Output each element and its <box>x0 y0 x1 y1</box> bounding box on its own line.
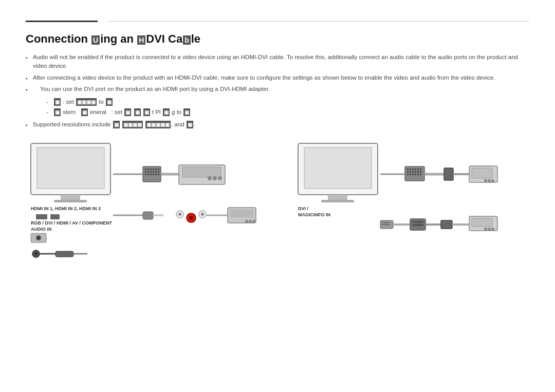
svg-rect-102 <box>415 174 416 175</box>
svg-rect-24 <box>153 174 154 175</box>
right-diagram-svg: DVI / MAGICINFO IN <box>293 138 529 272</box>
svg-rect-109 <box>472 168 492 178</box>
sub-bullet-sound: ▣ : set ▣▣▣▣ to ▣ <box>46 98 529 106</box>
svg-rect-9 <box>145 169 146 170</box>
svg-rect-101 <box>412 174 414 175</box>
res-icon1: ▣ <box>113 121 120 128</box>
svg-rect-20 <box>158 171 159 173</box>
svg-rect-49 <box>230 210 253 217</box>
svg-rect-17 <box>150 171 152 173</box>
hotplug-icon2: ▣ <box>134 108 141 116</box>
svg-point-30 <box>208 176 212 180</box>
svg-rect-95 <box>412 171 414 173</box>
general-icon: ▣ <box>81 108 88 116</box>
svg-rect-89 <box>412 169 414 170</box>
svg-rect-18 <box>153 171 154 173</box>
svg-rect-5 <box>36 214 47 219</box>
svg-rect-6 <box>50 214 60 219</box>
title-icon-1: U <box>91 35 100 45</box>
hotplug-icon4: ▣ <box>163 108 170 116</box>
svg-point-50 <box>245 220 248 223</box>
svg-rect-88 <box>410 169 411 170</box>
svg-point-32 <box>218 176 222 180</box>
indent-text: You can use the DVI port on the product … <box>40 86 270 92</box>
svg-rect-3 <box>54 200 87 202</box>
svg-rect-11 <box>150 169 152 170</box>
svg-rect-21 <box>145 174 146 175</box>
top-line-decoration <box>26 21 529 22</box>
svg-text:HDMI IN 1, HDMI IN 2, HDMI IN : HDMI IN 1, HDMI IN 2, HDMI IN 3 <box>31 206 101 211</box>
svg-text:DVI /: DVI / <box>298 206 309 211</box>
bullet-item-1: Audio will not be enabled if the product… <box>26 53 529 71</box>
svg-rect-23 <box>150 174 152 175</box>
svg-rect-69 <box>388 222 390 223</box>
svg-rect-10 <box>147 169 149 170</box>
system-icon: ▣ <box>54 108 61 116</box>
svg-rect-104 <box>420 174 421 175</box>
res-icon3: ▣▣▣▣▣ <box>145 121 171 128</box>
svg-rect-71 <box>384 224 385 225</box>
svg-rect-90 <box>415 169 416 170</box>
svg-point-85 <box>491 228 494 231</box>
svg-point-84 <box>488 228 491 231</box>
svg-rect-22 <box>147 174 149 175</box>
svg-text:AUDIO IN: AUDIO IN <box>31 227 52 232</box>
main-bullet-list: Audio will not be enabled if the product… <box>26 53 529 94</box>
left-diagram-svg: HDMI IN 1, HDMI IN 2, HDMI IN 3 <box>26 138 262 272</box>
accent-line <box>26 21 98 22</box>
thin-line <box>108 21 529 22</box>
title-icon-2: H <box>137 35 145 45</box>
svg-rect-16 <box>147 171 149 173</box>
diagram-right: DVI / MAGICINFO IN <box>293 138 529 273</box>
svg-rect-103 <box>417 174 419 175</box>
svg-rect-100 <box>410 174 411 175</box>
svg-rect-25 <box>155 174 157 175</box>
resolutions-bullet: Supported resolutions include ▣ ▣▣▣▣ ▣▣▣… <box>26 120 529 129</box>
page-container: Connection Uing an HDVI Cable Audio will… <box>0 0 555 294</box>
svg-rect-60 <box>328 195 347 200</box>
svg-rect-98 <box>420 171 421 173</box>
svg-rect-91 <box>417 169 419 170</box>
svg-point-31 <box>213 176 217 180</box>
svg-rect-39 <box>143 212 153 219</box>
sound-setting-icon: ▣ <box>106 98 113 106</box>
svg-rect-59 <box>304 147 372 189</box>
svg-rect-29 <box>182 167 221 177</box>
svg-text:RGB / DVI / HDMI / AV / COMPON: RGB / DVI / HDMI / AV / COMPONENT <box>31 220 113 226</box>
svg-rect-73 <box>388 224 390 225</box>
svg-rect-96 <box>415 171 416 173</box>
svg-point-111 <box>488 179 491 182</box>
svg-point-42 <box>178 213 181 216</box>
svg-rect-66 <box>382 222 383 223</box>
svg-rect-19 <box>155 171 157 173</box>
svg-point-83 <box>484 228 487 231</box>
svg-point-52 <box>252 220 255 223</box>
hotplug-icon3: ▣ <box>143 108 150 116</box>
svg-point-51 <box>249 220 252 223</box>
svg-point-110 <box>484 179 487 182</box>
sub-bullet-list: ▣ : set ▣▣▣▣ to ▣ ▣ stem ▣ eneral : set … <box>46 98 529 117</box>
bullet-item-2: After connecting a video device to the p… <box>26 73 529 82</box>
diagram-left: HDMI IN 1, HDMI IN 2, HDMI IN 3 <box>26 138 262 273</box>
svg-rect-72 <box>386 224 387 225</box>
title-icon-3: b <box>183 35 191 45</box>
resolutions-item: Supported resolutions include ▣ ▣▣▣▣ ▣▣▣… <box>26 120 529 129</box>
hotplug-value-icon: ▣ <box>183 108 190 116</box>
svg-rect-87 <box>407 169 409 170</box>
diagrams-row: HDMI IN 1, HDMI IN 2, HDMI IN 3 <box>26 138 529 273</box>
svg-rect-94 <box>410 171 411 173</box>
svg-rect-56 <box>55 251 73 257</box>
svg-rect-68 <box>386 222 387 223</box>
res-icon4: ▣ <box>187 121 193 128</box>
svg-rect-97 <box>417 171 419 173</box>
svg-rect-82 <box>472 218 492 227</box>
svg-rect-14 <box>158 169 159 170</box>
svg-point-112 <box>491 179 494 182</box>
svg-rect-79 <box>441 220 452 229</box>
svg-text:MAGICINFO IN: MAGICINFO IN <box>298 212 330 217</box>
svg-rect-99 <box>407 174 409 175</box>
svg-rect-2 <box>61 195 80 200</box>
svg-point-37 <box>38 236 40 239</box>
svg-rect-93 <box>407 171 409 173</box>
svg-rect-13 <box>155 169 157 170</box>
